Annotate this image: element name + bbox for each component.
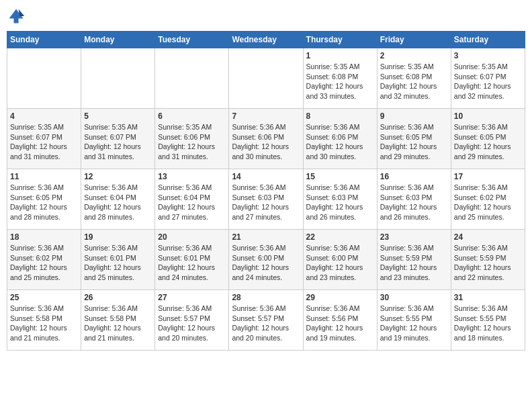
day-number: 5 <box>84 111 152 121</box>
day-info: Sunrise: 5:35 AM Sunset: 6:07 PM Dayligh… <box>454 62 522 101</box>
day-info: Sunrise: 5:36 AM Sunset: 6:05 PM Dayligh… <box>10 183 78 222</box>
day-header-wednesday: Wednesday <box>229 32 303 48</box>
calendar-cell: 13Sunrise: 5:36 AM Sunset: 6:04 PM Dayli… <box>155 169 229 230</box>
calendar-cell: 31Sunrise: 5:36 AM Sunset: 5:55 PM Dayli… <box>451 290 525 351</box>
calendar-cell: 17Sunrise: 5:36 AM Sunset: 6:02 PM Dayli… <box>451 169 525 230</box>
day-number: 22 <box>306 232 374 242</box>
day-number: 25 <box>10 293 78 302</box>
day-info: Sunrise: 5:36 AM Sunset: 5:58 PM Dayligh… <box>84 304 152 343</box>
day-number: 29 <box>306 293 374 302</box>
calendar-cell <box>7 48 81 109</box>
calendar-cell <box>81 48 155 109</box>
day-number: 20 <box>158 232 226 242</box>
day-number: 14 <box>232 172 300 181</box>
day-info: Sunrise: 5:36 AM Sunset: 6:01 PM Dayligh… <box>84 243 152 283</box>
day-info: Sunrise: 5:36 AM Sunset: 6:02 PM Dayligh… <box>10 243 78 283</box>
day-number: 30 <box>380 293 448 302</box>
day-number: 21 <box>232 232 300 242</box>
calendar-cell: 15Sunrise: 5:36 AM Sunset: 6:03 PM Dayli… <box>303 169 377 230</box>
calendar-cell: 8Sunrise: 5:36 AM Sunset: 6:06 PM Daylig… <box>303 109 377 169</box>
calendar-cell: 3Sunrise: 5:35 AM Sunset: 6:07 PM Daylig… <box>451 48 525 109</box>
logo-icon <box>7 7 26 26</box>
calendar-cell: 25Sunrise: 5:36 AM Sunset: 5:58 PM Dayli… <box>7 290 81 351</box>
day-info: Sunrise: 5:36 AM Sunset: 6:04 PM Dayligh… <box>158 183 226 222</box>
day-number: 4 <box>10 111 78 121</box>
calendar-cell: 16Sunrise: 5:36 AM Sunset: 6:03 PM Dayli… <box>377 169 451 230</box>
calendar-cell: 27Sunrise: 5:36 AM Sunset: 5:57 PM Dayli… <box>155 290 229 351</box>
page-header <box>7 7 525 26</box>
calendar-table: SundayMondayTuesdayWednesdayThursdayFrid… <box>7 31 525 351</box>
calendar-cell: 29Sunrise: 5:36 AM Sunset: 5:56 PM Dayli… <box>303 290 377 351</box>
day-number: 27 <box>158 293 226 302</box>
calendar-cell: 14Sunrise: 5:36 AM Sunset: 6:03 PM Dayli… <box>229 169 303 230</box>
calendar-cell: 2Sunrise: 5:35 AM Sunset: 6:08 PM Daylig… <box>377 48 451 109</box>
calendar-cell: 18Sunrise: 5:36 AM Sunset: 6:02 PM Dayli… <box>7 230 81 290</box>
calendar-cell: 9Sunrise: 5:36 AM Sunset: 6:05 PM Daylig… <box>377 109 451 169</box>
calendar-cell: 19Sunrise: 5:36 AM Sunset: 6:01 PM Dayli… <box>81 230 155 290</box>
calendar-cell <box>229 48 303 109</box>
day-number: 1 <box>306 51 374 60</box>
calendar-cell: 1Sunrise: 5:35 AM Sunset: 6:08 PM Daylig… <box>303 48 377 109</box>
day-info: Sunrise: 5:36 AM Sunset: 5:57 PM Dayligh… <box>232 304 300 343</box>
calendar-cell: 20Sunrise: 5:36 AM Sunset: 6:01 PM Dayli… <box>155 230 229 290</box>
day-info: Sunrise: 5:36 AM Sunset: 6:03 PM Dayligh… <box>380 183 448 222</box>
day-number: 28 <box>232 293 300 302</box>
day-info: Sunrise: 5:35 AM Sunset: 6:08 PM Dayligh… <box>380 62 448 101</box>
calendar-cell: 4Sunrise: 5:35 AM Sunset: 6:07 PM Daylig… <box>7 109 81 169</box>
calendar-cell: 5Sunrise: 5:35 AM Sunset: 6:07 PM Daylig… <box>81 109 155 169</box>
day-header-friday: Friday <box>377 32 451 48</box>
calendar-cell: 30Sunrise: 5:36 AM Sunset: 5:55 PM Dayli… <box>377 290 451 351</box>
day-number: 23 <box>380 232 448 242</box>
calendar-cell: 22Sunrise: 5:36 AM Sunset: 6:00 PM Dayli… <box>303 230 377 290</box>
day-info: Sunrise: 5:36 AM Sunset: 6:04 PM Dayligh… <box>84 183 152 222</box>
day-info: Sunrise: 5:35 AM Sunset: 6:07 PM Dayligh… <box>10 122 78 162</box>
day-header-tuesday: Tuesday <box>155 32 229 48</box>
day-info: Sunrise: 5:36 AM Sunset: 6:06 PM Dayligh… <box>306 122 374 162</box>
day-info: Sunrise: 5:36 AM Sunset: 6:00 PM Dayligh… <box>232 243 300 283</box>
day-number: 24 <box>454 232 522 242</box>
day-info: Sunrise: 5:36 AM Sunset: 6:05 PM Dayligh… <box>454 122 522 162</box>
day-number: 26 <box>84 293 152 302</box>
day-number: 7 <box>232 111 300 121</box>
day-header-saturday: Saturday <box>451 32 525 48</box>
day-info: Sunrise: 5:36 AM Sunset: 5:56 PM Dayligh… <box>306 304 374 343</box>
day-number: 3 <box>454 51 522 60</box>
day-info: Sunrise: 5:36 AM Sunset: 5:55 PM Dayligh… <box>454 304 522 343</box>
day-number: 13 <box>158 172 226 181</box>
day-number: 16 <box>380 172 448 181</box>
day-info: Sunrise: 5:36 AM Sunset: 6:01 PM Dayligh… <box>158 243 226 283</box>
header-row: SundayMondayTuesdayWednesdayThursdayFrid… <box>7 32 525 48</box>
calendar-cell: 24Sunrise: 5:36 AM Sunset: 5:59 PM Dayli… <box>451 230 525 290</box>
day-number: 17 <box>454 172 522 181</box>
calendar-cell: 6Sunrise: 5:35 AM Sunset: 6:06 PM Daylig… <box>155 109 229 169</box>
logo <box>7 7 28 26</box>
day-number: 6 <box>158 111 226 121</box>
day-info: Sunrise: 5:36 AM Sunset: 6:05 PM Dayligh… <box>380 122 448 162</box>
day-info: Sunrise: 5:36 AM Sunset: 6:03 PM Dayligh… <box>306 183 374 222</box>
week-row-1: 1Sunrise: 5:35 AM Sunset: 6:08 PM Daylig… <box>7 48 525 109</box>
day-info: Sunrise: 5:36 AM Sunset: 5:59 PM Dayligh… <box>380 243 448 283</box>
day-number: 18 <box>10 232 78 242</box>
week-row-4: 18Sunrise: 5:36 AM Sunset: 6:02 PM Dayli… <box>7 230 525 290</box>
calendar-cell: 26Sunrise: 5:36 AM Sunset: 5:58 PM Dayli… <box>81 290 155 351</box>
day-info: Sunrise: 5:36 AM Sunset: 5:58 PM Dayligh… <box>10 304 78 343</box>
day-header-thursday: Thursday <box>303 32 377 48</box>
day-info: Sunrise: 5:36 AM Sunset: 5:55 PM Dayligh… <box>380 304 448 343</box>
day-info: Sunrise: 5:36 AM Sunset: 6:03 PM Dayligh… <box>232 183 300 222</box>
week-row-5: 25Sunrise: 5:36 AM Sunset: 5:58 PM Dayli… <box>7 290 525 351</box>
day-info: Sunrise: 5:36 AM Sunset: 6:02 PM Dayligh… <box>454 183 522 222</box>
day-number: 12 <box>84 172 152 181</box>
week-row-2: 4Sunrise: 5:35 AM Sunset: 6:07 PM Daylig… <box>7 109 525 169</box>
day-number: 19 <box>84 232 152 242</box>
week-row-3: 11Sunrise: 5:36 AM Sunset: 6:05 PM Dayli… <box>7 169 525 230</box>
day-number: 15 <box>306 172 374 181</box>
day-header-monday: Monday <box>81 32 155 48</box>
day-number: 10 <box>454 111 522 121</box>
calendar-cell <box>155 48 229 109</box>
calendar-cell: 11Sunrise: 5:36 AM Sunset: 6:05 PM Dayli… <box>7 169 81 230</box>
day-number: 8 <box>306 111 374 121</box>
calendar-cell: 23Sunrise: 5:36 AM Sunset: 5:59 PM Dayli… <box>377 230 451 290</box>
day-info: Sunrise: 5:35 AM Sunset: 6:06 PM Dayligh… <box>158 122 226 162</box>
day-info: Sunrise: 5:36 AM Sunset: 5:57 PM Dayligh… <box>158 304 226 343</box>
day-number: 31 <box>454 293 522 302</box>
